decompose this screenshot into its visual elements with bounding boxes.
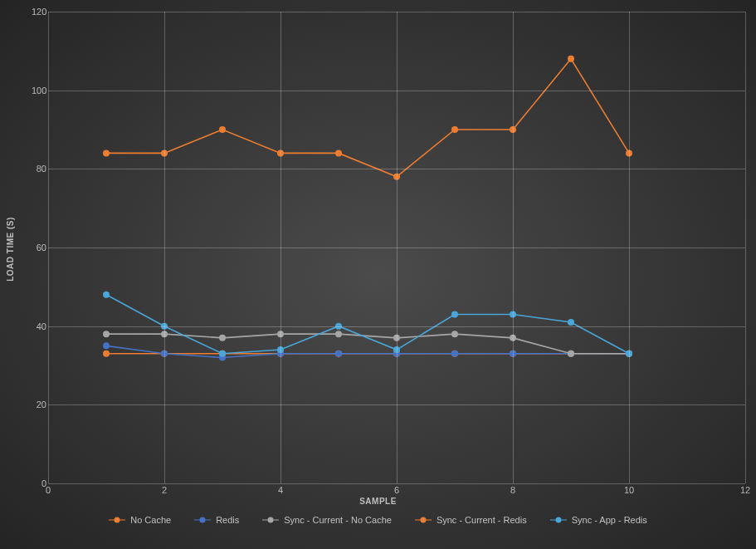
y-tick-label: 40 [32,321,46,331]
gridline-h [48,404,745,405]
y-tick-label: 20 [32,399,46,409]
y-axis-label: LOAD TIME (S) [6,217,15,282]
data-point [451,331,458,337]
data-point [103,342,110,349]
data-point [335,350,342,357]
legend-item[interactable]: Sync - Current - No Cache [262,515,392,525]
legend-label: Redis [216,515,239,525]
legend-label: Sync - Current - No Cache [284,515,392,525]
legend-item[interactable]: Sync - App - Redis [550,515,647,525]
y-tick-label: 60 [32,243,46,252]
legend-marker-icon [194,516,211,524]
x-tick-label: 8 [510,485,515,495]
data-point [335,331,342,337]
gridline-h [48,483,745,484]
data-point [219,335,226,341]
x-tick-label: 6 [394,485,399,495]
legend-item[interactable]: No Cache [109,515,171,525]
y-tick-label: 120 [32,7,46,17]
data-point [103,150,110,156]
x-tick-label: 2 [162,485,167,495]
data-point [103,292,110,298]
series-line [106,334,629,354]
data-point [219,350,226,357]
gridline-h [48,12,745,12]
data-point [219,126,226,133]
y-tick-label: 0 [32,478,46,488]
legend-item[interactable]: Redis [194,515,239,525]
gridline-v [745,12,746,483]
data-point [568,319,574,326]
gridline-h [48,169,745,169]
plot-area [48,12,745,483]
x-axis-label: SAMPLE [359,497,397,506]
data-point [451,311,458,317]
legend-marker-icon [109,516,125,524]
y-tick-label: 80 [32,164,46,174]
x-tick-label: 12 [740,485,750,495]
data-point [568,56,574,62]
chart-container: SAMPLE LOAD TIME (S) No CacheRedisSync -… [0,0,756,549]
data-point [451,350,458,357]
series-line [106,59,629,177]
data-point [103,331,110,337]
x-tick-label: 4 [278,485,283,495]
legend-label: Sync - App - Redis [572,515,647,525]
series-line [106,295,629,354]
y-tick-label: 100 [32,86,46,96]
legend-marker-icon [415,516,432,524]
gridline-h [48,326,745,327]
data-point [335,150,342,156]
data-point [568,350,574,357]
legend-label: Sync - Current - Redis [437,515,527,525]
legend: No CacheRedisSync - Current - No CacheSy… [0,515,756,526]
gridline-h [48,248,745,248]
x-tick-label: 10 [624,485,634,495]
legend-marker-icon [262,516,279,524]
data-point [103,350,110,357]
gridline-h [48,91,745,91]
legend-item[interactable]: Sync - Current - Redis [415,515,527,525]
data-point [451,126,458,133]
legend-label: No Cache [130,515,171,525]
legend-marker-icon [550,516,567,524]
